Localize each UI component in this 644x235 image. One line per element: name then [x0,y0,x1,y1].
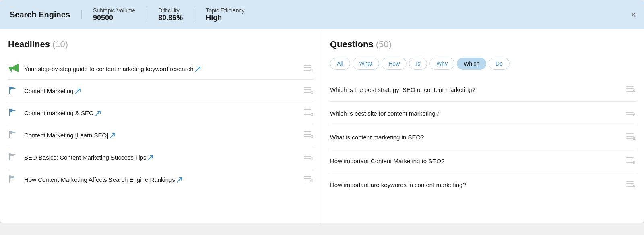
svg-rect-6 [9,87,10,94]
headline-icon [8,152,19,162]
headline-text: Content marketing & SEO [24,109,298,117]
add-to-list-button[interactable] [303,174,314,185]
question-text: How important Content Marketing to SEO? [330,158,621,164]
headline-actions [303,152,314,162]
subtopic-volume-label: Subtopic Volume [93,7,135,14]
headline-item: Content marketing & SEO [8,102,314,124]
question-actions [625,132,636,142]
header: Search Engines Subtopic Volume 90500 Dif… [0,0,644,29]
question-item: What is content marketing in SEO? [330,125,636,149]
add-question-button[interactable] [625,132,636,142]
headline-text: Content Marketing [24,87,298,95]
headline-item: Content Marketing [8,80,314,102]
headline-actions [303,85,314,96]
question-text: What is content marketing in SEO? [330,134,621,141]
question-actions [625,84,636,95]
questions-panel: Questions (50) AllWhatHowIsWhyWhichDo Wh… [322,29,644,223]
headline-icon [8,64,19,73]
add-question-button[interactable] [625,156,636,166]
headline-icon [8,86,19,96]
filter-tabs: AllWhatHowIsWhyWhichDo [330,58,636,70]
questions-title: Questions (50) [330,39,636,50]
question-item: How important Content Marketing to SEO? [330,149,636,173]
headlines-count: (10) [52,39,68,49]
main-content: Headlines (10) Your step-by-step guide t… [0,29,644,223]
filter-tab-how[interactable]: How [382,58,407,70]
headlines-list: Your step-by-step guide to content marke… [8,58,314,190]
header-title: Search Engines [10,10,82,19]
filter-tab-what[interactable]: What [353,58,380,70]
question-text: Which is best site for content marketing… [330,110,621,117]
headline-actions [303,108,314,118]
svg-rect-13 [9,109,10,116]
svg-rect-20 [9,131,10,138]
difficulty-value: 80.86% [158,14,183,22]
headline-actions [303,63,314,74]
headlines-title: Headlines (10) [8,39,314,50]
svg-rect-27 [9,153,10,160]
headline-actions [303,174,314,185]
subtopic-volume-metric: Subtopic Volume 90500 [93,7,147,22]
headline-actions [303,130,314,140]
subtopic-volume-value: 90500 [93,14,135,22]
headline-text: How Content Marketing Affects Search Eng… [24,175,298,184]
question-actions [625,156,636,166]
headline-item: Your step-by-step guide to content marke… [8,58,314,80]
question-actions [625,179,636,190]
filter-tab-which[interactable]: Which [457,58,486,70]
questions-list: Which is the best strategy: SEO or conte… [330,78,636,196]
question-text: Which is the best strategy: SEO or conte… [330,86,621,93]
add-to-list-button[interactable] [303,108,314,118]
headlines-title-text: Headlines [8,39,50,49]
svg-rect-34 [9,175,10,183]
question-item: Which is the best strategy: SEO or conte… [330,78,636,102]
filter-tab-do[interactable]: Do [489,58,510,70]
questions-count: (50) [376,39,392,49]
question-item: How important are keywords in content ma… [330,173,636,196]
headline-item: SEO Basics: Content Marketing Success Ti… [8,146,314,168]
add-question-button[interactable] [625,84,636,95]
add-to-list-button[interactable] [303,63,314,74]
difficulty-metric: Difficulty 80.86% [158,7,194,22]
filter-tab-why[interactable]: Why [429,58,454,70]
difficulty-label: Difficulty [158,7,183,14]
topic-efficiency-value: High [206,14,244,22]
add-to-list-button[interactable] [303,130,314,140]
add-question-button[interactable] [625,108,636,119]
filter-tab-all[interactable]: All [330,58,350,70]
question-item: Which is best site for content marketing… [330,102,636,125]
headline-item: How Content Marketing Affects Search Eng… [8,168,314,190]
add-question-button[interactable] [625,179,636,190]
topic-efficiency-metric: Topic Efficiency High [206,7,256,22]
headline-text: Your step-by-step guide to content marke… [24,64,298,73]
headline-icon [8,175,19,184]
close-button[interactable]: × [631,10,636,19]
questions-title-text: Questions [330,39,374,49]
headlines-panel: Headlines (10) Your step-by-step guide t… [0,29,322,223]
headline-icon [8,108,19,118]
filter-tab-is[interactable]: Is [409,58,427,70]
headline-text: SEO Basics: Content Marketing Success Ti… [24,153,298,162]
headline-text: Content Marketing [Learn SEO] [24,131,298,139]
add-to-list-button[interactable] [303,152,314,162]
add-to-list-button[interactable] [303,85,314,96]
main-container: Search Engines Subtopic Volume 90500 Dif… [0,0,644,223]
question-text: How important are keywords in content ma… [330,181,621,188]
topic-efficiency-label: Topic Efficiency [206,7,244,14]
headline-icon [8,130,19,140]
question-actions [625,108,636,119]
headline-item: Content Marketing [Learn SEO] [8,124,314,146]
